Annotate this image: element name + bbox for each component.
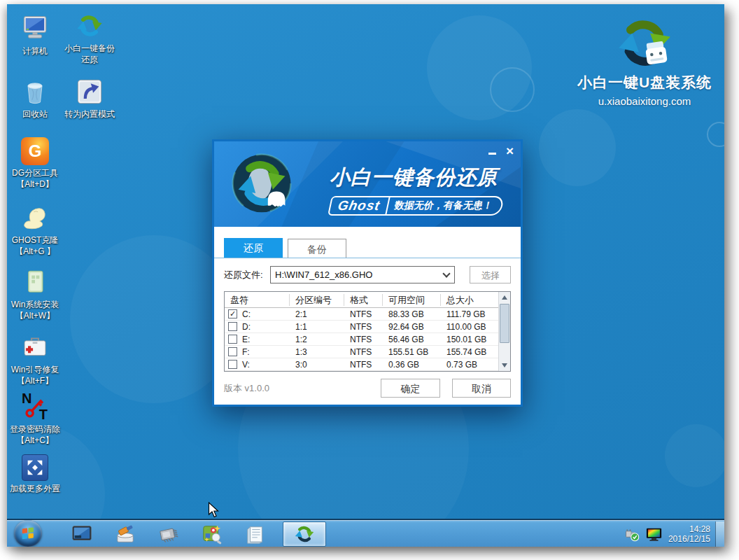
taskbar-clock[interactable]: 14:28 2016/12/15 [668,524,710,544]
partition-id: 3:0 [290,360,344,370]
icon-label: 计算机 [22,46,48,57]
table-row[interactable]: V: 3:0 NTFS 0.36 GB 0.73 GB [225,358,498,371]
taskbar-capture-tool[interactable] [200,522,224,546]
desktop-icon-dg-partition[interactable]: G DG分区工具【Alt+D】 [7,137,69,190]
computer-icon [20,14,50,43]
free-space: 56.46 GB [383,335,441,344]
checkbox[interactable]: ✓ [228,309,237,318]
windows-flag-icon [20,526,36,541]
cancel-button[interactable]: 取消 [452,379,511,398]
brand-usb-cycle-icon [617,15,673,71]
version-label: 版本 v1.0.0 [224,382,381,395]
ok-button[interactable]: 确定 [381,379,440,398]
desktop-icon-win-boot-repair[interactable]: Win引导修复【Alt+F】 [7,332,69,386]
tab-restore[interactable]: 还原 [224,238,283,258]
scrollbar-thumb[interactable] [500,304,509,343]
cycle-arrows-icon [294,524,315,545]
cycle-arrows-icon [75,11,104,41]
taskbar-desktop-preview[interactable] [70,522,94,546]
clock-time: 14:28 [668,524,710,534]
mouse-cursor [208,502,219,519]
desktop-icon-win-install[interactable]: Win系统安装【Alt+W】 [7,267,69,321]
minimize-icon[interactable] [487,146,498,157]
drive-letter: C: [242,309,251,319]
total-size: 110.00 GB [441,322,498,332]
total-size: 155.74 GB [441,347,498,357]
brand-title: 小白一键U盘装系统 [563,73,724,92]
usb-device-icon[interactable] [624,526,640,542]
paint-capture-icon [202,524,223,545]
ghost-badge: Ghost 数据无价，有备无患！ [328,196,505,216]
memory-chip-icon [158,524,179,545]
checkbox[interactable] [228,360,237,369]
close-icon[interactable]: × [506,146,514,157]
icon-label2: 【Alt+C】 [10,435,60,446]
table-header: 盘符 分区编号 格式 可用空间 总大小 [225,292,498,308]
drive-letter: D: [242,322,251,332]
desktop-icon-password-clear[interactable]: N T 登录密码清除【Alt+C】 [7,393,69,446]
brand-url: u.xiaobaixitong.com [563,95,724,107]
total-size: 111.79 GB [441,309,498,319]
dialog-body: 还原文件: H:\WIN7_612_x86.GHO 选择 盘符 分区编号 格式 … [214,266,521,405]
free-space: 88.33 GB [383,309,441,319]
disk-brush-icon [115,524,136,545]
bubble-decoration [490,67,535,112]
icon-label: 加载更多外置 [10,483,60,494]
drive-letter: F: [242,347,250,357]
vertical-scrollbar[interactable] [498,292,510,371]
taskbar: 14:28 2016/12/15 [7,519,724,547]
table-row[interactable]: D: 1:1 NTFS 92.64 GB 110.00 GB [225,321,498,333]
header-free: 可用空间 [383,294,441,306]
desktop-icon-backup-restore[interactable]: 小白一键备份还原 [56,11,123,65]
desktop-icon-ghost-clone[interactable]: GHOST克隆【Alt+G 】 [7,203,69,257]
icon-label: 小白一键备份 [64,43,115,54]
recycle-bin-icon [20,77,50,106]
restore-file-combobox[interactable]: H:\WIN7_612_x86.GHO [270,266,455,284]
total-size: 0.73 GB [441,360,498,370]
dialog-footer: 版本 v1.0.0 确定 取消 [224,379,511,398]
start-button[interactable] [14,520,42,547]
taskbar-backup-restore-app[interactable] [283,522,326,547]
format: NTFS [344,309,383,319]
partition-id: 2:1 [290,309,344,319]
repair-kit-icon [20,332,50,362]
ghost-brand: Ghost [329,197,390,214]
partition-id: 1:2 [290,335,344,344]
icon-label2: 【Alt+D】 [12,178,58,190]
ghost-icon [20,203,50,232]
dialog-title: 小白一键备份还原 [330,164,498,192]
browse-button[interactable]: 选择 [470,266,511,284]
table-row[interactable]: E: 1:2 NTFS 56.46 GB 150.01 GB [225,333,498,346]
shortcut-arrow-icon [75,77,104,106]
tab-backup[interactable]: 备份 [288,239,346,258]
scroll-up-icon[interactable] [499,292,510,303]
restore-file-value: H:\WIN7_612_x86.GHO [275,270,372,280]
table-row[interactable]: F: 1:3 NTFS 155.51 GB 155.74 GB [225,346,498,358]
checkbox[interactable] [228,347,237,356]
icon-label: Win引导修复 [11,364,59,375]
dialog-banner: 小白一键备份还原 Ghost 数据无价，有备无患！ × [214,141,521,227]
header-partition: 分区编号 [290,294,344,306]
scroll-down-icon[interactable] [499,360,510,371]
brand-logo-block: 小白一键U盘装系统 u.xiaobaixitong.com [563,15,724,107]
chevron-down-icon [443,270,451,277]
icon-label: GHOST克隆 [12,234,59,246]
taskbar-memory-tool[interactable] [157,522,181,546]
display-settings-icon[interactable] [646,526,662,542]
table-row[interactable]: ✓C: 2:1 NTFS 88.33 GB 111.79 GB [225,308,498,321]
icon-label: Win系统安装 [11,299,59,310]
desktop-icon-load-more[interactable]: 加载更多外置 [7,454,69,494]
taskbar-items [50,522,326,547]
taskbar-disk-cleanup[interactable] [113,522,137,546]
partition-id: 1:1 [290,322,344,332]
format: NTFS [344,335,383,344]
header-drive: 盘符 [225,294,290,306]
notepad-icon [245,524,266,545]
desktop-icon-internal-mode[interactable]: 转为内置模式 [56,77,123,120]
taskbar-notepad[interactable] [244,522,267,546]
header-format: 格式 [344,294,383,306]
format: NTFS [344,347,383,357]
show-desktop-button[interactable] [715,522,724,547]
checkbox[interactable] [228,322,237,331]
checkbox[interactable] [228,335,237,344]
